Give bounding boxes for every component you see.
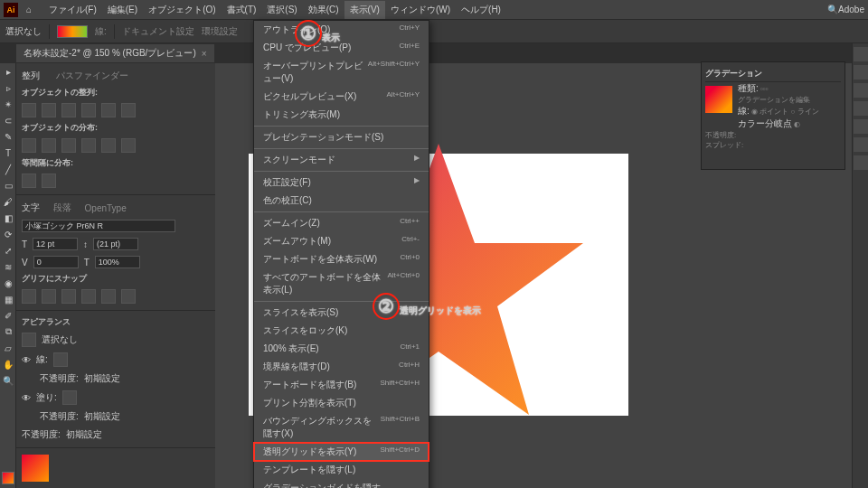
search-box[interactable]: 🔍 Adobe <box>827 5 864 14</box>
shape-tool[interactable]: ◉ <box>0 275 16 291</box>
kerning-input[interactable] <box>33 256 79 268</box>
menu-item[interactable]: プレゼンテーションモード(S) <box>254 128 429 146</box>
menu-type[interactable]: 書式(T) <box>222 1 262 19</box>
glyph-icon[interactable] <box>101 289 116 304</box>
align-icon[interactable] <box>121 103 136 117</box>
stroke-row[interactable]: 線: <box>36 353 48 366</box>
align-tab[interactable]: 整列 <box>22 70 40 82</box>
glyph-icon[interactable] <box>22 289 36 304</box>
gradient-angle-label: カラー分岐点 <box>738 118 792 128</box>
dock-icon[interactable] <box>854 47 868 61</box>
color-picker[interactable] <box>0 470 15 488</box>
opacity-value[interactable]: 初期設定 <box>66 428 102 441</box>
align-icon[interactable] <box>42 103 56 117</box>
dock-icon[interactable] <box>854 65 868 80</box>
spacing-icon[interactable] <box>42 174 56 188</box>
fill-row[interactable]: 塗り: <box>36 391 57 404</box>
paragraph-tab[interactable]: 段落 <box>53 202 71 214</box>
dock-icon[interactable] <box>854 155 868 170</box>
hand-tool[interactable]: ✋ <box>0 356 16 372</box>
brush-tool[interactable]: 🖌 <box>0 193 16 210</box>
menu-object[interactable]: オブジェクト(O) <box>143 1 221 19</box>
align-icon[interactable] <box>22 103 36 117</box>
dist-icon[interactable] <box>22 138 36 153</box>
home-icon[interactable]: ⌂ <box>22 3 36 17</box>
font-size-input[interactable] <box>33 238 78 250</box>
menu-item[interactable]: スクリーンモード▶ <box>254 151 429 169</box>
align-icon[interactable] <box>81 103 96 117</box>
menu-item[interactable]: CPU でプレビュー(P)Ctrl+E <box>254 39 429 57</box>
menu-item[interactable]: バウンディングボックスを隠す(X)Shift+Ctrl+B <box>254 412 429 443</box>
menu-edit[interactable]: 編集(E) <box>102 1 143 19</box>
opentype-tab[interactable]: OpenType <box>85 203 127 213</box>
selection-tool[interactable]: ▸ <box>0 63 16 80</box>
preferences-button[interactable]: 環境設定 <box>202 25 238 38</box>
dist-icon[interactable] <box>81 138 96 153</box>
menu-file[interactable]: ファイル(F) <box>43 1 102 19</box>
dist-icon[interactable] <box>42 138 56 153</box>
dist-icon[interactable] <box>121 138 136 153</box>
glyph-icon[interactable] <box>121 289 136 304</box>
menu-view[interactable]: 表示(V) <box>344 1 385 19</box>
direct-select-tool[interactable]: ▹ <box>0 80 16 96</box>
dock-icon[interactable] <box>854 101 868 116</box>
dock-icon[interactable] <box>854 83 868 98</box>
dock-icon[interactable] <box>854 137 868 152</box>
menu-item[interactable]: トリミング表示(M) <box>254 106 429 124</box>
rect-tool[interactable]: ▭ <box>0 177 16 193</box>
menu-item[interactable]: オーバープリントプレビュー(V)Alt+Shift+Ctrl+Y <box>254 57 429 88</box>
appearance-tab[interactable]: アピアランス <box>22 314 210 330</box>
align-icon[interactable] <box>61 103 76 117</box>
doc-setup-button[interactable]: ドキュメント設定 <box>122 25 194 38</box>
glyph-icon[interactable] <box>42 289 56 304</box>
hscale-input[interactable] <box>95 256 140 268</box>
menu-item[interactable]: 色の校正(C) <box>254 192 429 210</box>
dock-icon[interactable] <box>854 119 868 134</box>
character-tab[interactable]: 文字 <box>22 202 40 214</box>
menu-item[interactable]: アートボードを全体表示(W)Ctrl+0 <box>254 250 429 268</box>
blend-tool[interactable]: ⧉ <box>0 324 16 340</box>
opacity-value[interactable]: 初期設定 <box>84 410 120 423</box>
dist-icon[interactable] <box>101 138 116 153</box>
opacity-value[interactable]: 初期設定 <box>84 372 120 385</box>
menu-window[interactable]: ウィンドウ(W) <box>385 1 456 19</box>
menu-item[interactable]: アートボードを隠す(B)Shift+Ctrl+H <box>254 376 429 394</box>
edit-gradient-button[interactable]: グラデーションを編集 <box>738 95 841 105</box>
type-tool[interactable]: T <box>0 145 16 161</box>
menu-item[interactable]: 境界線を隠す(D)Ctrl+H <box>254 358 429 376</box>
leading-input[interactable] <box>93 238 138 250</box>
pen-tool[interactable]: ✎ <box>0 128 16 145</box>
menu-item[interactable]: 校正設定(F)▶ <box>254 174 429 192</box>
line-tool[interactable]: ╱ <box>0 161 16 177</box>
wand-tool[interactable]: ✴ <box>0 96 16 112</box>
menu-item[interactable]: アウトライン(O)Ctrl+Y <box>254 21 429 39</box>
fill-swatch[interactable] <box>57 25 88 38</box>
glyph-icon[interactable] <box>61 289 76 304</box>
lasso-tool[interactable]: ⊂ <box>0 112 16 128</box>
gradient-thumb[interactable] <box>705 86 732 113</box>
width-tool[interactable]: ≋ <box>0 258 16 275</box>
gradient-tool[interactable]: ▦ <box>0 291 16 307</box>
menu-item[interactable]: ズームイン(Z)Ctrl++ <box>254 214 429 232</box>
menu-item[interactable]: プリント分割を表示(T) <box>254 394 429 412</box>
close-tab-icon[interactable]: × <box>202 49 207 59</box>
font-family-input[interactable] <box>22 220 175 232</box>
scale-tool[interactable]: ⤢ <box>0 242 16 258</box>
menu-item[interactable]: 100% 表示(E)Ctrl+1 <box>254 340 429 358</box>
menu-help[interactable]: ヘルプ(H) <box>456 1 506 19</box>
pathfinder-tab[interactable]: パスファインダー <box>56 70 128 82</box>
menu-item[interactable]: ピクセルプレビュー(X)Alt+Ctrl+Y <box>254 88 429 106</box>
eyedropper-tool[interactable]: ✐ <box>0 307 16 324</box>
glyph-icon[interactable] <box>81 289 96 304</box>
menu-item[interactable]: ズームアウト(M)Ctrl+- <box>254 232 429 250</box>
align-icon[interactable] <box>101 103 116 117</box>
document-tab[interactable]: 名称未設定-2* @ 150 % (RGB/プレビュー) × <box>16 44 214 62</box>
menu-item[interactable]: 透明グリッドを表示(Y)Shift+Ctrl+D <box>254 443 429 461</box>
menu-item[interactable]: スライスをロック(K) <box>254 322 429 340</box>
eraser-tool[interactable]: ◧ <box>0 210 16 226</box>
artboard-tool[interactable]: ▱ <box>0 340 16 356</box>
dist-icon[interactable] <box>61 138 76 153</box>
rotate-tool[interactable]: ⟳ <box>0 226 16 242</box>
zoom-tool[interactable]: 🔍 <box>0 372 16 389</box>
spacing-icon[interactable] <box>22 174 36 188</box>
